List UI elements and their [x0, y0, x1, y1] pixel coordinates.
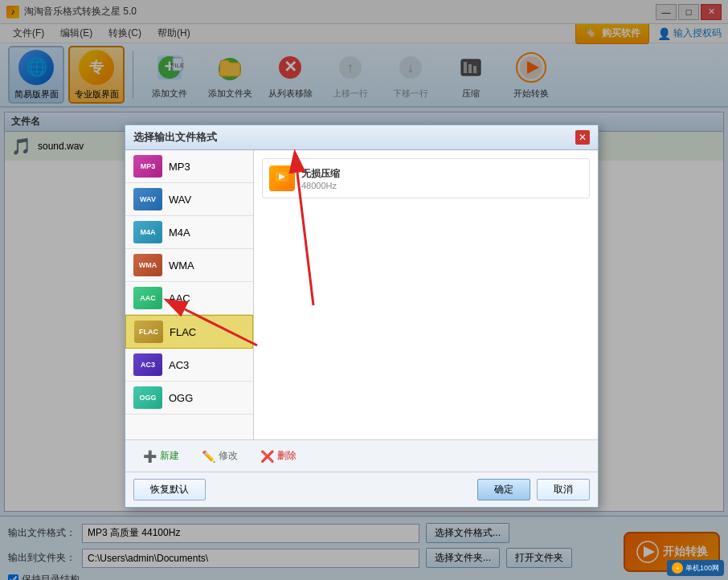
format-list: MP3 MP3 WAV WAV M4A M4A WMA WMA [125, 150, 254, 439]
format-item-ogg[interactable]: OGG OGG [125, 382, 253, 415]
preset-item-lossless[interactable]: 无损压缩 48000Hz [262, 158, 590, 198]
cancel-button[interactable]: 取消 [537, 479, 590, 500]
restore-default-button[interactable]: 恢复默认 [133, 479, 206, 500]
format-label-flac: FLAC [170, 326, 196, 338]
add-icon: ➕ [143, 450, 157, 463]
preset-icon-lossless [269, 165, 295, 191]
dialog-title-bar: 选择输出文件格式 ✕ [125, 125, 598, 150]
preset-text: 无损压缩 48000Hz [301, 167, 340, 190]
format-item-mp3[interactable]: MP3 MP3 [125, 150, 253, 183]
format-badge-aac: AAC [133, 287, 162, 309]
format-item-wma[interactable]: WMA WMA [125, 249, 253, 282]
format-dialog: 选择输出文件格式 ✕ MP3 MP3 WAV WAV M4A [125, 125, 599, 508]
format-label-ac3: AC3 [169, 359, 189, 371]
format-label-wav: WAV [169, 194, 191, 206]
format-badge-wav: WAV [133, 188, 162, 210]
format-item-m4a[interactable]: M4A M4A [125, 216, 253, 249]
format-badge-ogg: OGG [133, 386, 162, 409]
format-label-wma: WMA [169, 259, 194, 272]
format-item-ac3[interactable]: AC3 AC3 [125, 349, 253, 382]
dialog-overlay: 选择输出文件格式 ✕ MP3 MP3 WAV WAV M4A [0, 0, 728, 580]
format-item-wav[interactable]: WAV WAV [125, 183, 253, 216]
format-badge-m4a: M4A [133, 221, 162, 243]
format-item-aac[interactable]: AAC AAC [125, 282, 253, 315]
edit-icon: ✏️ [202, 450, 215, 463]
dialog-bottom-toolbar: ➕ 新建 ✏️ 修改 ❌ 删除 [125, 439, 598, 472]
format-item-flac[interactable]: FLAC FLAC [125, 315, 253, 349]
delete-icon: ❌ [260, 450, 274, 463]
danji-watermark: + 单机100网 [667, 560, 724, 576]
dialog-body: MP3 MP3 WAV WAV M4A M4A WMA WMA [125, 150, 598, 439]
dialog-close-button[interactable]: ✕ [575, 130, 590, 145]
format-badge-ac3: AC3 [133, 353, 162, 376]
confirm-button[interactable]: 确定 [477, 479, 530, 500]
format-badge-flac: FLAC [134, 321, 163, 343]
format-label-aac: AAC [169, 292, 190, 304]
format-label-m4a: M4A [169, 227, 190, 239]
format-badge-mp3: MP3 [133, 155, 162, 178]
format-content: 无损压缩 48000Hz [254, 150, 598, 439]
preset-add-button[interactable]: ➕ 新建 [135, 447, 187, 465]
dialog-footer: 恢复默认 确定 取消 [125, 472, 598, 507]
preset-delete-button[interactable]: ❌ 删除 [252, 447, 305, 465]
preset-edit-button[interactable]: ✏️ 修改 [194, 447, 246, 465]
format-label-ogg: OGG [169, 392, 193, 404]
format-badge-wma: WMA [133, 254, 162, 276]
dialog-title: 选择输出文件格式 [133, 130, 217, 145]
format-label-mp3: MP3 [169, 161, 190, 173]
